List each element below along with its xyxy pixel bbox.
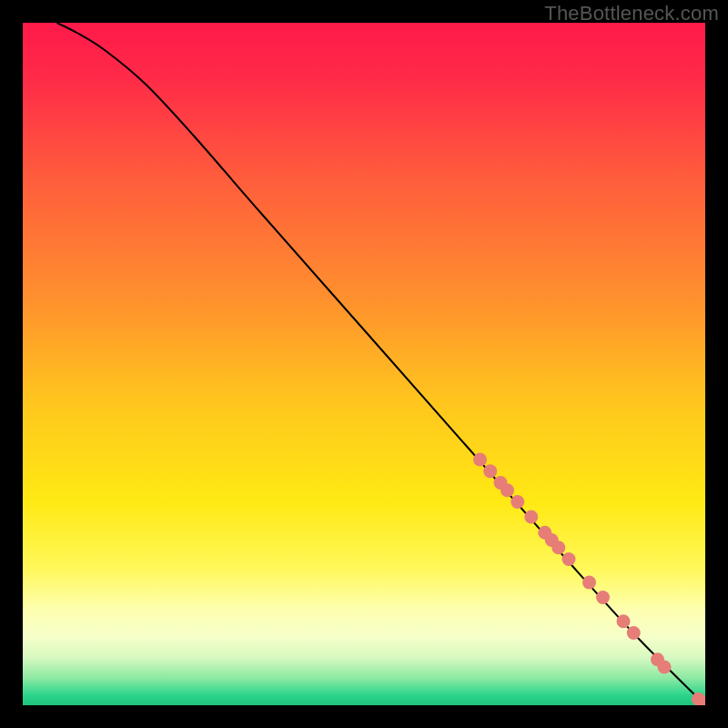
- data-point: [511, 495, 524, 509]
- data-point: [500, 483, 514, 497]
- data-point: [473, 453, 487, 467]
- plot-svg: [23, 23, 705, 705]
- watermark-text: TheBottleneck.com: [544, 2, 719, 25]
- chart-frame: TheBottleneck.com: [0, 0, 728, 728]
- data-point: [562, 552, 576, 566]
- plot-area: [23, 23, 705, 705]
- data-point: [524, 511, 538, 524]
- data-point: [596, 591, 610, 604]
- data-point: [483, 464, 497, 478]
- data-point: [627, 626, 641, 640]
- data-point: [658, 661, 672, 674]
- data-point: [551, 541, 565, 554]
- data-point: [582, 576, 596, 590]
- data-point: [617, 614, 631, 628]
